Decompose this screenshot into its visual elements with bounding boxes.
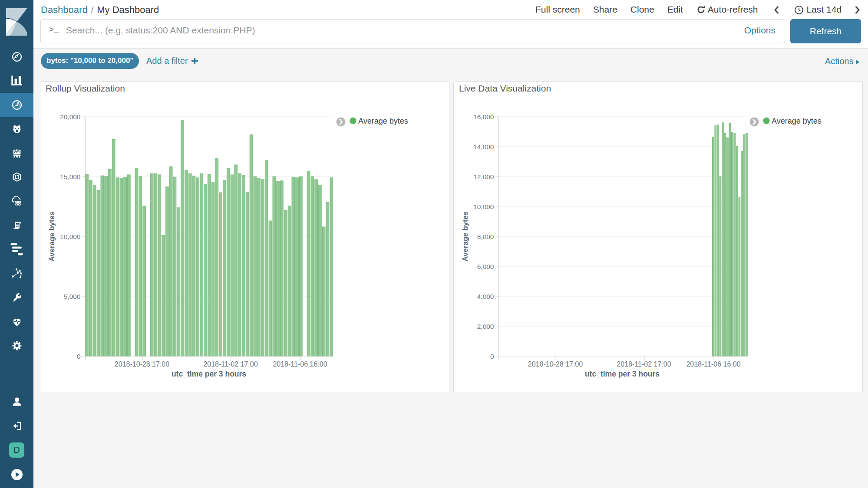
svg-text:2018-11-02 17:00: 2018-11-02 17:00 — [203, 360, 257, 368]
svg-text:2018-10-28 17:00: 2018-10-28 17:00 — [528, 360, 583, 368]
svg-text:16,000: 16,000 — [473, 113, 494, 121]
svg-text:2018-11-02 17:00: 2018-11-02 17:00 — [617, 360, 671, 368]
svg-text:20,000: 20,000 — [60, 113, 81, 121]
svg-text:2,000: 2,000 — [477, 323, 494, 330]
svg-text:utc_time per 3 hours: utc_time per 3 hours — [172, 370, 246, 378]
svg-text:15,000: 15,000 — [60, 173, 81, 180]
svg-text:5,000: 5,000 — [64, 293, 81, 300]
svg-text:6,000: 6,000 — [477, 263, 494, 270]
svg-text:0: 0 — [77, 353, 81, 360]
svg-text:Average bytes: Average bytes — [461, 211, 469, 262]
svg-text:utc_time per 3 hours: utc_time per 3 hours — [585, 370, 660, 378]
svg-text:10,000: 10,000 — [473, 203, 494, 210]
svg-text:2018-11-06 16:00: 2018-11-06 16:00 — [686, 360, 740, 368]
svg-text:0: 0 — [490, 353, 494, 360]
svg-text:Average bytes: Average bytes — [48, 211, 56, 262]
svg-text:14,000: 14,000 — [473, 143, 494, 151]
svg-text:Average bytes: Average bytes — [358, 117, 408, 125]
svg-text:12,000: 12,000 — [473, 173, 494, 180]
svg-text:2018-11-06 16:00: 2018-11-06 16:00 — [273, 360, 327, 368]
svg-text:2018-10-28 17:00: 2018-10-28 17:00 — [115, 360, 169, 368]
svg-text:8,000: 8,000 — [477, 233, 494, 240]
svg-text:Average bytes: Average bytes — [772, 117, 822, 125]
svg-text:4,000: 4,000 — [477, 293, 494, 300]
svg-text:10,000: 10,000 — [60, 233, 81, 240]
